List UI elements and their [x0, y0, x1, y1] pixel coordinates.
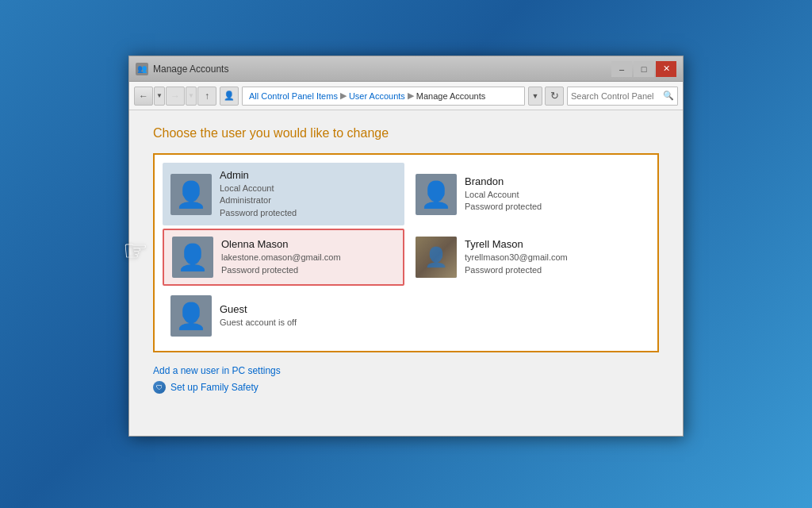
path-manage-accounts: Manage Accounts — [416, 91, 485, 101]
close-button[interactable]: ✕ — [656, 61, 676, 77]
account-info-brandon: Brandon Local AccountPassword protected — [465, 175, 542, 214]
account-name-guest: Guest — [220, 303, 297, 315]
title-bar-left: 👥 Manage Accounts — [136, 63, 228, 75]
refresh-button[interactable]: ↻ — [545, 87, 564, 106]
account-detail-olenna: lakestone.omason@gmail.comPassword prote… — [221, 252, 341, 276]
accounts-container: 👤 Admin Local AccountAdministratorPasswo… — [153, 153, 659, 352]
path-sep-1: ▶ — [340, 90, 347, 101]
account-name-tyrell: Tyrell Mason — [465, 238, 568, 250]
account-detail-brandon: Local AccountPassword protected — [465, 189, 542, 214]
account-item-brandon[interactable]: 👤 Brandon Local AccountPassword protecte… — [408, 163, 649, 225]
content-area: Choose the user you would like to change… — [129, 110, 683, 436]
address-bar: ← ▼ → ▼ ↑ 👤 All Control Panel Items ▶ Us… — [129, 82, 683, 110]
account-name-admin: Admin — [220, 169, 297, 181]
up-button[interactable]: ↑ — [197, 87, 216, 106]
forward-button[interactable]: → — [166, 87, 185, 106]
family-safety-icon: 🛡 — [153, 381, 166, 394]
address-path[interactable]: All Control Panel Items ▶ User Accounts … — [242, 87, 525, 106]
back-button[interactable]: ← — [134, 87, 153, 106]
account-name-brandon: Brandon — [465, 175, 542, 187]
account-detail-guest: Guest account is off — [220, 317, 297, 329]
account-info-guest: Guest Guest account is off — [220, 303, 297, 329]
title-bar-controls: – □ ✕ — [611, 61, 676, 77]
account-avatar-guest: 👤 — [170, 295, 212, 337]
forward-dropdown-button[interactable]: ▼ — [186, 87, 197, 106]
account-item-guest[interactable]: 👤 Guest Guest account is off — [163, 289, 404, 343]
bottom-links: Add a new user in PC settings 🛡 Set up F… — [153, 365, 659, 394]
avatar-silhouette-icon: 👤 — [175, 182, 207, 207]
maximize-button[interactable]: □ — [634, 61, 654, 77]
desktop: ☜ 👥 Manage Accounts – □ ✕ ← ▼ → ▼ ↑ 👤 — [0, 0, 812, 508]
account-avatar-admin: 👤 — [170, 174, 212, 215]
address-dropdown-button[interactable]: ▼ — [528, 87, 542, 106]
avatar-silhouette-icon: 👤 — [420, 182, 452, 207]
account-info-admin: Admin Local AccountAdministratorPassword… — [220, 169, 297, 219]
account-avatar-olenna: 👤 — [172, 237, 213, 278]
title-bar: 👥 Manage Accounts – □ ✕ — [129, 56, 683, 82]
avatar-photo-inner: 👤 — [416, 237, 457, 278]
avatar-silhouette-icon: 👤 — [175, 303, 207, 329]
add-user-link[interactable]: Add a new user in PC settings — [153, 365, 659, 376]
path-user-accounts[interactable]: User Accounts — [349, 91, 405, 101]
path-control-panel[interactable]: All Control Panel Items — [249, 91, 338, 101]
back-dropdown-button[interactable]: ▼ — [154, 87, 165, 106]
path-sep-2: ▶ — [408, 90, 414, 101]
account-avatar-brandon: 👤 — [416, 174, 457, 215]
account-photo-tyrell: 👤 — [416, 237, 457, 278]
window-icon: 👥 — [136, 63, 148, 75]
window-title: Manage Accounts — [153, 64, 228, 75]
avatar-silhouette-icon: 👤 — [177, 244, 209, 270]
account-avatar-tyrell: 👤 — [416, 237, 457, 278]
search-input[interactable] — [571, 91, 660, 101]
search-icon: 🔍 — [663, 90, 674, 101]
family-safety-label: Set up Family Safety — [170, 382, 259, 393]
account-info-tyrell: Tyrell Mason tyrellmason30@gmail.comPass… — [465, 238, 568, 276]
family-safety-link[interactable]: 🛡 Set up Family Safety — [153, 381, 659, 394]
window: 👥 Manage Accounts – □ ✕ ← ▼ → ▼ ↑ 👤 All … — [128, 56, 684, 437]
nav-group: ← ▼ → ▼ ↑ — [134, 87, 216, 106]
account-item-olenna[interactable]: 👤 Olenna Mason lakestone.omason@gmail.co… — [163, 229, 404, 286]
page-heading: Choose the user you would like to change — [153, 126, 659, 140]
search-box[interactable]: 🔍 — [567, 87, 678, 106]
address-right-controls: ▼ ↻ — [528, 87, 564, 106]
account-item-tyrell[interactable]: 👤 Tyrell Mason tyrellmason30@gmail.comPa… — [408, 229, 649, 286]
location-icon: 👤 — [220, 87, 239, 106]
account-detail-tyrell: tyrellmason30@gmail.comPassword protecte… — [465, 252, 568, 276]
account-name-olenna: Olenna Mason — [221, 238, 341, 250]
account-info-olenna: Olenna Mason lakestone.omason@gmail.comP… — [221, 238, 341, 276]
account-item-admin[interactable]: 👤 Admin Local AccountAdministratorPasswo… — [163, 163, 404, 225]
minimize-button[interactable]: – — [611, 61, 632, 77]
account-detail-admin: Local AccountAdministratorPassword prote… — [220, 183, 297, 219]
